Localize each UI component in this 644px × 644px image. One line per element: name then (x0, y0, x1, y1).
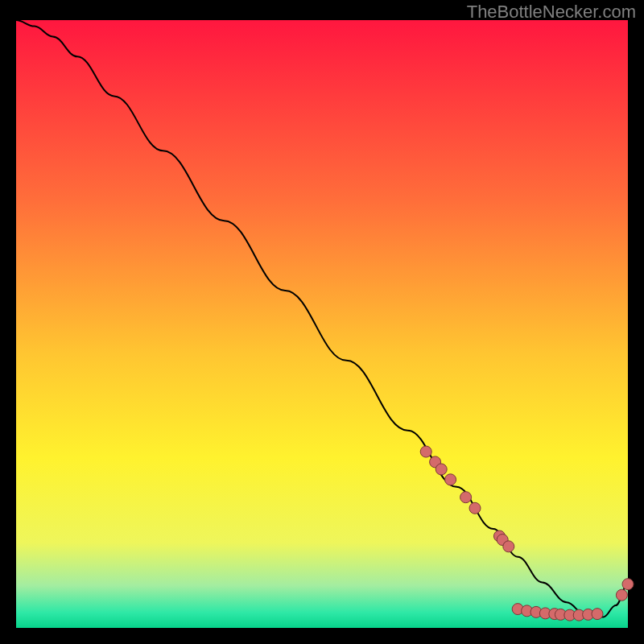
data-marker (503, 541, 514, 552)
data-marker (445, 474, 456, 485)
data-marker (469, 502, 481, 514)
data-marker (420, 446, 431, 457)
data-marker (616, 589, 627, 601)
watermark-text: TheBottleNecker.com (467, 2, 636, 23)
data-marker (436, 464, 447, 475)
data-marker (622, 579, 634, 590)
chart-container: TheBottleNecker.com (0, 0, 644, 644)
data-marker (592, 609, 603, 620)
data-marker (460, 492, 472, 503)
chart-svg (0, 0, 644, 644)
plot-background (16, 20, 628, 628)
